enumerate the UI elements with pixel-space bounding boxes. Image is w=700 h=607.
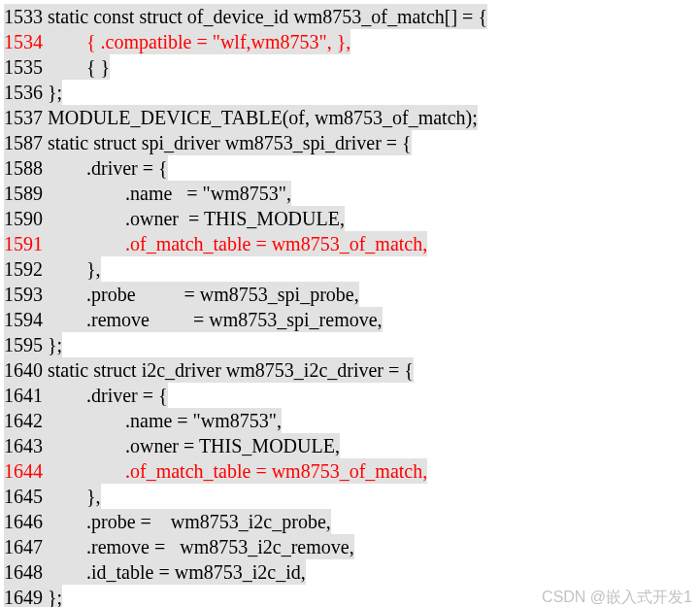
code-line-content: 1649 }; (4, 585, 62, 607)
line-number: 1645 (4, 486, 43, 507)
code-line-content: 1589 .name = "wm8753", (4, 181, 291, 206)
code-line: 1536 }; (4, 80, 696, 105)
code-line: 1533 static const struct of_device_id wm… (4, 4, 696, 29)
line-code: }; (43, 82, 62, 103)
line-number: 1534 (4, 31, 43, 52)
code-line-content: 1591 .of_match_table = wm8753_of_match, (4, 231, 427, 256)
line-code: static struct spi_driver wm8753_spi_driv… (43, 132, 412, 153)
code-line-content: 1648 .id_table = wm8753_i2c_id, (4, 559, 306, 585)
line-code: MODULE_DEVICE_TABLE(of, wm8753_of_match)… (43, 107, 478, 128)
line-code: .owner = THIS_MODULE, (43, 435, 340, 456)
line-code: static const struct of_device_id wm8753_… (43, 6, 487, 27)
code-line: 1590 .owner = THIS_MODULE, (4, 206, 696, 231)
code-line-content: 1594 .remove = wm8753_spi_remove, (4, 307, 383, 332)
line-number: 1594 (4, 309, 43, 330)
code-line-content: 1588 .driver = { (4, 155, 168, 181)
line-number: 1646 (4, 511, 43, 532)
line-code: }; (43, 334, 62, 355)
line-code: .name = "wm8753", (43, 410, 282, 431)
code-line-content: 1590 .owner = THIS_MODULE, (4, 206, 345, 231)
code-line: 1641 .driver = { (4, 383, 696, 408)
code-line-content: 1587 static struct spi_driver wm8753_spi… (4, 130, 412, 155)
code-line-content: 1641 .driver = { (4, 383, 168, 408)
code-line-content: 1537 MODULE_DEVICE_TABLE(of, wm8753_of_m… (4, 105, 478, 130)
code-line-content: 1533 static const struct of_device_id wm… (4, 4, 487, 29)
line-number: 1535 (4, 56, 43, 78)
code-line: 1594 .remove = wm8753_spi_remove, (4, 307, 696, 332)
code-line: 1535 { } (4, 54, 696, 80)
line-number: 1590 (4, 208, 43, 229)
line-number: 1593 (4, 284, 43, 305)
code-line: 1587 static struct spi_driver wm8753_spi… (4, 130, 696, 155)
line-number: 1641 (4, 385, 43, 406)
line-number: 1591 (4, 233, 43, 254)
code-line-content: 1535 { } (4, 54, 110, 80)
line-number: 1647 (4, 536, 43, 557)
code-line-content: 1640 static struct i2c_driver wm8753_i2c… (4, 357, 414, 383)
code-line-content: 1592 }, (4, 256, 101, 282)
code-line: 1645 }, (4, 484, 696, 509)
line-code: }, (43, 258, 101, 280)
code-line-content: 1642 .name = "wm8753", (4, 408, 282, 433)
line-number: 1592 (4, 258, 43, 280)
code-line-content: 1644 .of_match_table = wm8753_of_match, (4, 458, 427, 484)
line-code: .remove = wm8753_i2c_remove, (43, 536, 354, 557)
line-number: 1642 (4, 410, 43, 431)
line-code: .remove = wm8753_spi_remove, (43, 309, 383, 330)
code-listing: 1533 static const struct of_device_id wm… (4, 4, 696, 607)
code-line: 1643 .owner = THIS_MODULE, (4, 433, 696, 458)
code-line: 1644 .of_match_table = wm8753_of_match, (4, 458, 696, 484)
line-code: .probe = wm8753_i2c_probe, (43, 511, 331, 532)
line-number: 1588 (4, 157, 43, 179)
code-line: 1534 { .compatible = "wlf,wm8753", }, (4, 29, 696, 54)
code-line: 1537 MODULE_DEVICE_TABLE(of, wm8753_of_m… (4, 105, 696, 130)
line-code: .owner = THIS_MODULE, (43, 208, 345, 229)
code-line-content: 1593 .probe = wm8753_spi_probe, (4, 282, 359, 307)
line-number: 1649 (4, 587, 43, 607)
code-line: 1642 .name = "wm8753", (4, 408, 696, 433)
line-number: 1643 (4, 435, 43, 456)
line-number: 1587 (4, 132, 43, 153)
code-line-content: 1643 .owner = THIS_MODULE, (4, 433, 340, 458)
code-line: 1649 }; (4, 585, 696, 607)
line-number: 1644 (4, 460, 43, 482)
line-code: .id_table = wm8753_i2c_id, (43, 561, 306, 583)
line-code: .driver = { (43, 385, 168, 406)
code-line-content: 1534 { .compatible = "wlf,wm8753", }, (4, 29, 350, 54)
line-code: .probe = wm8753_spi_probe, (43, 284, 359, 305)
line-code: { } (43, 56, 110, 78)
line-number: 1537 (4, 107, 43, 128)
code-line: 1595 }; (4, 332, 696, 357)
code-line: 1640 static struct i2c_driver wm8753_i2c… (4, 357, 696, 383)
line-code: }, (43, 486, 101, 507)
line-code: { .compatible = "wlf,wm8753", }, (43, 31, 350, 52)
code-line-content: 1536 }; (4, 80, 62, 105)
code-line-content: 1645 }, (4, 484, 101, 509)
line-number: 1640 (4, 359, 43, 381)
line-code: .of_match_table = wm8753_of_match, (43, 233, 427, 254)
code-line: 1592 }, (4, 256, 696, 282)
code-line: 1647 .remove = wm8753_i2c_remove, (4, 534, 696, 559)
code-line: 1646 .probe = wm8753_i2c_probe, (4, 509, 696, 534)
code-line: 1588 .driver = { (4, 155, 696, 181)
line-code: .driver = { (43, 157, 168, 179)
line-number: 1533 (4, 6, 43, 27)
code-line-content: 1647 .remove = wm8753_i2c_remove, (4, 534, 354, 559)
line-number: 1536 (4, 82, 43, 103)
line-code: }; (43, 587, 62, 607)
line-number: 1648 (4, 561, 43, 583)
code-line: 1591 .of_match_table = wm8753_of_match, (4, 231, 696, 256)
code-line-content: 1595 }; (4, 332, 62, 357)
code-line: 1648 .id_table = wm8753_i2c_id, (4, 559, 696, 585)
code-line-content: 1646 .probe = wm8753_i2c_probe, (4, 509, 331, 534)
code-line: 1589 .name = "wm8753", (4, 181, 696, 206)
line-number: 1589 (4, 183, 43, 204)
code-line: 1593 .probe = wm8753_spi_probe, (4, 282, 696, 307)
line-code: .of_match_table = wm8753_of_match, (43, 460, 427, 482)
line-number: 1595 (4, 334, 43, 355)
line-code: .name = "wm8753", (43, 183, 291, 204)
line-code: static struct i2c_driver wm8753_i2c_driv… (43, 359, 414, 381)
